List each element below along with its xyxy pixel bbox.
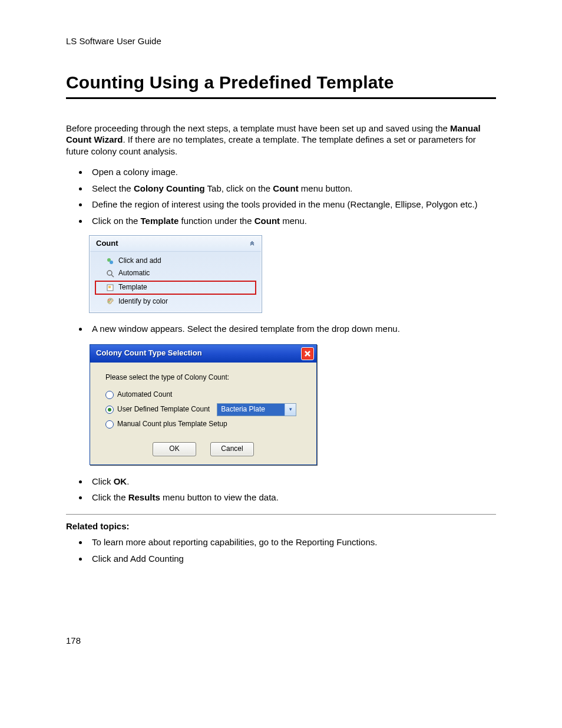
section-rule <box>66 514 496 515</box>
colony-count-dialog: Colony Count Type Selection Please selec… <box>90 344 317 465</box>
radio-icon <box>105 391 114 399</box>
list-item: Define the region of interest using the … <box>88 199 496 210</box>
page-number: 178 <box>66 635 496 647</box>
svg-rect-5 <box>108 286 111 288</box>
radio-label: User Defined Template Count <box>117 405 210 414</box>
title-rule <box>66 97 496 99</box>
count-item-label: Automatic <box>118 269 150 278</box>
combo-selected: Bacteria Plate <box>217 404 285 416</box>
count-panel-header[interactable]: Count <box>90 236 261 252</box>
count-item-label: Template <box>118 283 147 292</box>
radio-icon <box>105 420 114 429</box>
count-item-identify[interactable]: Identify by color <box>95 296 256 308</box>
count-item-label: Click and add <box>118 256 161 266</box>
list-item: To learn more about reporting capabiliti… <box>88 536 496 548</box>
ok-button[interactable]: OK <box>153 442 196 456</box>
close-icon <box>305 351 310 357</box>
steps-list-1: Open a colony image. Select the Colony C… <box>88 166 496 226</box>
text: Tab, click on the <box>205 183 273 193</box>
dialog-title: Colony Count Type Selection <box>96 348 202 358</box>
radio-icon <box>105 406 114 414</box>
template-icon <box>105 284 115 292</box>
count-panel-title: Count <box>96 239 118 249</box>
count-panel-body: Click and add Automatic Template Identif… <box>90 252 261 312</box>
list-item: Click the Results menu button to view th… <box>88 492 496 503</box>
dialog-prompt: Please select the type of Colony Count: <box>105 373 301 383</box>
count-item-click-add[interactable]: Click and add <box>95 255 256 267</box>
list-item: Click on the Template function under the… <box>88 215 496 227</box>
radio-manual-setup[interactable]: Manual Count plus Template Setup <box>105 420 301 429</box>
text: menu. <box>280 216 307 226</box>
dialog-button-row: OK Cancel <box>105 442 301 456</box>
text: function under the <box>178 216 254 226</box>
svg-point-7 <box>110 299 111 301</box>
dialog-figure: Colony Count Type Selection Please selec… <box>90 344 496 465</box>
count-panel: Count Click and add Automatic Template I… <box>90 236 262 312</box>
steps-list-2: A new window appears. Select the desired… <box>88 323 496 335</box>
text: Click on the <box>92 216 141 226</box>
steps-list-3: Click OK. Click the Results menu button … <box>88 476 496 503</box>
close-button[interactable] <box>301 347 314 360</box>
svg-point-1 <box>110 261 113 264</box>
intro-pre: Before proceeding through the next steps… <box>66 123 450 133</box>
page-title: Counting Using a Predefined Template <box>66 71 496 94</box>
dialog-body: Please select the type of Colony Count: … <box>90 363 316 465</box>
text: menu button to view the data. <box>160 492 279 502</box>
count-item-label: Identify by color <box>118 297 168 307</box>
svg-point-2 <box>107 271 112 275</box>
svg-point-6 <box>108 299 110 301</box>
radio-label: Manual Count plus Template Setup <box>117 420 227 429</box>
template-combobox[interactable]: Bacteria Plate ▾ <box>217 403 296 416</box>
magnifier-icon <box>105 269 115 278</box>
count-item-template[interactable]: Template <box>95 281 256 295</box>
chevron-up-icon <box>249 240 255 248</box>
intro-paragraph: Before proceeding through the next steps… <box>66 123 496 157</box>
list-item: Click OK. <box>88 476 496 487</box>
text-bold: Template <box>141 216 179 226</box>
doc-header: LS Software User Guide <box>66 35 496 47</box>
text: Click the <box>92 492 128 502</box>
related-topics-heading: Related topics: <box>66 521 496 532</box>
count-item-automatic[interactable]: Automatic <box>95 268 256 279</box>
list-item: A new window appears. Select the desired… <box>88 323 496 335</box>
text-bold: Results <box>128 492 160 502</box>
cancel-button[interactable]: Cancel <box>210 442 254 456</box>
text-bold: OK <box>114 476 127 486</box>
list-item: Open a colony image. <box>88 166 496 178</box>
text: . <box>127 476 129 486</box>
dialog-titlebar[interactable]: Colony Count Type Selection <box>90 345 316 363</box>
chevron-down-icon: ▾ <box>285 404 296 416</box>
svg-line-3 <box>111 275 114 277</box>
radio-automated[interactable]: Automated Count <box>105 390 301 400</box>
text: Select the <box>92 183 134 193</box>
text: menu button. <box>299 183 353 193</box>
svg-point-8 <box>108 301 110 302</box>
intro-post: . If there are no templates, create a te… <box>66 134 476 156</box>
related-topics-list: To learn more about reporting capabiliti… <box>88 536 496 564</box>
list-item: Select the Colony Counting Tab, click on… <box>88 183 496 195</box>
count-panel-figure: Count Click and add Automatic Template I… <box>90 236 496 312</box>
radio-label: Automated Count <box>117 390 172 400</box>
text-bold: Count <box>254 216 280 226</box>
palette-icon <box>105 297 115 305</box>
text: Click <box>92 476 114 486</box>
text-bold: Count <box>273 183 298 193</box>
text-bold: Colony Counting <box>134 183 205 193</box>
click-add-icon <box>105 257 115 265</box>
list-item: Click and Add Counting <box>88 553 496 565</box>
radio-user-template[interactable]: User Defined Template Count Bacteria Pla… <box>105 403 301 416</box>
